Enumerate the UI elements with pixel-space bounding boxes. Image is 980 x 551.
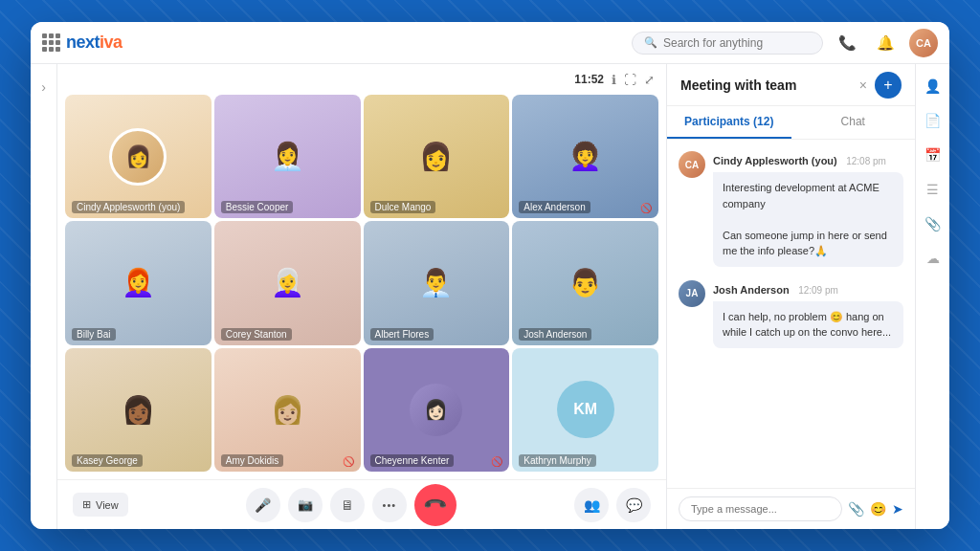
panel-tabs: Participants (12) Chat bbox=[667, 106, 915, 140]
video-cell-albert: 👨‍💼 Albert Flores bbox=[364, 221, 510, 344]
video-cell-billy: 👩‍🦰 Billy Bai bbox=[65, 221, 212, 344]
video-cell-kathryn: KM Kathryn Murphy bbox=[512, 348, 658, 472]
user-avatar[interactable]: CA bbox=[909, 29, 938, 57]
participant-name-kasey: Kasey George bbox=[72, 454, 143, 467]
participant-name-corey: Corey Stanton bbox=[221, 328, 292, 341]
notifications-button[interactable]: 🔔 bbox=[871, 29, 900, 57]
chat-message-1: CA Cindy Applesworth (you) 12:08 pm Inte… bbox=[679, 151, 903, 267]
search-icon: 🔍 bbox=[644, 36, 657, 49]
participant-name-kathryn: Kathryn Murphy bbox=[519, 454, 596, 467]
participant-name-dulce: Dulce Mango bbox=[370, 201, 436, 213]
video-grid: 👩 Cindy Applesworth (you) 👩‍💼 Bessie Coo… bbox=[57, 95, 666, 479]
top-bar: nextiva 🔍 📞 🔔 CA bbox=[31, 22, 949, 64]
participant-name-cindy: Cindy Applesworth (you) bbox=[72, 201, 185, 213]
participant-name-josh: Josh Anderson bbox=[519, 328, 591, 341]
participants-button[interactable]: 👥 bbox=[574, 488, 609, 522]
video-cell-dulce: 👩 Dulce Mango bbox=[364, 95, 510, 218]
emoji-icon[interactable]: 😊 bbox=[870, 501, 886, 517]
controls-center: 🎤 📷 🖥 ••• 📞 bbox=[246, 484, 457, 526]
msg-time-2: 12:09 pm bbox=[798, 285, 838, 296]
msg-body-2: Josh Anderson 12:09 pm I can help, no pr… bbox=[713, 280, 903, 348]
app-window: nextiva 🔍 📞 🔔 CA › 11:52 ℹ ⛶ ⤢ bbox=[31, 22, 949, 529]
external-icon[interactable]: ⤢ bbox=[644, 73, 655, 87]
participant-name-amy: Amy Dokidis bbox=[221, 454, 284, 467]
send-button[interactable]: ➤ bbox=[892, 501, 903, 517]
right-icon-attach[interactable]: 📎 bbox=[919, 209, 947, 238]
panel-header: Meeting with team × + bbox=[667, 64, 915, 106]
expand-icon[interactable]: ⛶ bbox=[624, 73, 636, 87]
msg-avatar-josh: JA bbox=[679, 280, 705, 307]
msg-sender-1: Cindy Applesworth (you) bbox=[713, 155, 837, 166]
close-panel-button[interactable]: × bbox=[859, 77, 867, 93]
info-icon[interactable]: ℹ bbox=[612, 73, 616, 87]
msg-bubble-2: I can help, no problem 😊 hang on while I… bbox=[713, 301, 903, 348]
tab-chat[interactable]: Chat bbox=[791, 106, 916, 139]
right-panel: Meeting with team × + Participants (12) … bbox=[666, 64, 915, 529]
muted-icon-alex: 🚫 bbox=[640, 203, 652, 213]
meeting-title: Meeting with team bbox=[680, 77, 796, 93]
participant-name-albert: Albert Flores bbox=[370, 328, 434, 341]
attachment-icon[interactable]: 📎 bbox=[848, 501, 864, 517]
participant-name-alex: Alex Anderson bbox=[519, 201, 590, 213]
camera-button[interactable]: 📷 bbox=[288, 488, 323, 522]
sidebar-toggle[interactable]: › bbox=[31, 64, 57, 529]
more-button[interactable]: ••• bbox=[372, 488, 407, 522]
video-cell-josh: 👨 Josh Anderson bbox=[512, 221, 658, 344]
video-cell-kasey: 👩🏾 Kasey George bbox=[65, 348, 212, 472]
msg-avatar-cindy: CA bbox=[679, 151, 705, 178]
chat-button[interactable]: 💬 bbox=[616, 488, 651, 522]
phone-button[interactable]: 📞 bbox=[833, 29, 861, 57]
end-call-button[interactable]: 📞 bbox=[406, 474, 465, 529]
msg-body-1: Cindy Applesworth (you) 12:08 pm Interes… bbox=[713, 151, 903, 267]
chat-message-2: JA Josh Anderson 12:09 pm I can help, no… bbox=[679, 280, 903, 348]
controls-left: ⊞ View bbox=[73, 493, 128, 517]
video-cell-cindy: 👩 Cindy Applesworth (you) bbox=[65, 95, 212, 218]
video-cell-corey: 👩‍🦳 Corey Stanton bbox=[214, 221, 361, 344]
right-icon-notes[interactable]: 📄 bbox=[919, 106, 947, 135]
msg-bubble-1: Interesting development at ACME companyC… bbox=[713, 172, 903, 267]
video-cell-bessie: 👩‍💼 Bessie Cooper bbox=[214, 95, 361, 218]
video-cell-alex: 👩‍🦱 Alex Anderson 🚫 bbox=[512, 95, 658, 218]
search-bar[interactable]: 🔍 bbox=[632, 32, 823, 55]
video-header: 11:52 ℹ ⛶ ⤢ bbox=[57, 64, 666, 95]
controls-right: 👥 💬 bbox=[574, 488, 651, 522]
screen-button[interactable]: 🖥 bbox=[330, 488, 365, 522]
mic-button[interactable]: 🎤 bbox=[246, 488, 280, 522]
right-icon-calendar[interactable]: 📅 bbox=[919, 141, 947, 169]
right-icon-cloud[interactable]: ☁ bbox=[919, 244, 947, 273]
participant-name-billy: Billy Bai bbox=[72, 328, 116, 341]
grid-icon[interactable] bbox=[42, 33, 60, 52]
chevron-right-icon: › bbox=[41, 79, 46, 95]
video-area: 11:52 ℹ ⛶ ⤢ 👩 Cindy Applesworth (you) 👩‍… bbox=[57, 64, 666, 529]
chat-input[interactable] bbox=[679, 496, 842, 521]
participant-name-cheyenne: Cheyenne Kenter bbox=[370, 454, 455, 467]
chat-messages: CA Cindy Applesworth (you) 12:08 pm Inte… bbox=[667, 140, 915, 488]
search-input[interactable] bbox=[663, 36, 797, 50]
tab-participants[interactable]: Participants (12) bbox=[667, 106, 791, 139]
logo-area: nextiva bbox=[42, 33, 122, 53]
far-right-icons: 👤 📄 📅 ☰ 📎 ☁ bbox=[915, 64, 949, 529]
right-icon-contacts[interactable]: 👤 bbox=[919, 72, 947, 100]
msg-sender-2: Josh Anderson bbox=[713, 284, 790, 296]
add-participant-button[interactable]: + bbox=[875, 72, 902, 99]
video-cell-cheyenne: 👩🏻 Cheyenne Kenter 🚫 bbox=[364, 348, 510, 472]
logo-text: nextiva bbox=[66, 33, 122, 53]
video-controls: ⊞ View 🎤 📷 🖥 ••• 📞 👥 💬 bbox=[57, 479, 666, 529]
call-time: 11:52 bbox=[574, 73, 604, 86]
video-cell-amy: 👩🏼 Amy Dokidis 🚫 bbox=[214, 348, 361, 472]
msg-time-1: 12:08 pm bbox=[846, 156, 886, 166]
right-icon-list[interactable]: ☰ bbox=[919, 175, 947, 204]
view-button[interactable]: ⊞ View bbox=[73, 493, 128, 517]
muted-icon-amy: 🚫 bbox=[343, 456, 354, 467]
participant-name-bessie: Bessie Cooper bbox=[221, 201, 294, 213]
main-content: › 11:52 ℹ ⛶ ⤢ 👩 Cindy Applesworth (you) … bbox=[31, 64, 949, 529]
view-icon: ⊞ bbox=[82, 498, 91, 511]
chat-input-area: 📎 😊 ➤ bbox=[667, 488, 915, 529]
initials-kathryn: KM bbox=[557, 381, 614, 438]
muted-icon-cheyenne: 🚫 bbox=[491, 456, 502, 467]
